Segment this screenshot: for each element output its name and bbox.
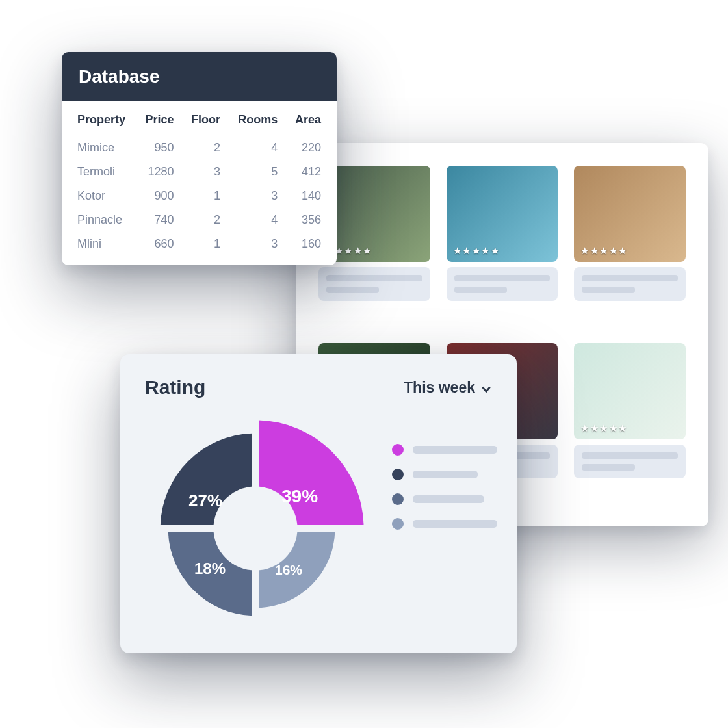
slice-label: 18%: [194, 560, 226, 578]
legend-item: [392, 518, 497, 530]
legend-swatch: [392, 493, 404, 505]
database-card: Database Property Price Floor Rooms Area…: [62, 52, 337, 265]
database-title: Database: [62, 52, 337, 101]
col-property[interactable]: Property: [62, 101, 136, 136]
property-caption: [574, 267, 686, 301]
cell-price: 900: [136, 184, 182, 208]
gallery-item[interactable]: ★★★★★: [447, 166, 558, 327]
cell-property: Kotor: [62, 184, 136, 208]
legend-label-placeholder: [413, 471, 478, 478]
table-header-row: Property Price Floor Rooms Area: [62, 101, 337, 136]
cell-rooms: 5: [228, 160, 285, 184]
period-selector[interactable]: This week: [404, 379, 492, 396]
property-image: ★★★★★: [574, 343, 686, 439]
cell-price: 950: [136, 136, 182, 160]
period-label: This week: [404, 379, 475, 396]
star-rating: ★★★★★: [453, 245, 500, 257]
cell-area: 220: [285, 136, 337, 160]
cell-property: Mlini: [62, 232, 136, 265]
gallery-item[interactable]: ★★★★★: [574, 166, 686, 327]
cell-rooms: 3: [228, 184, 285, 208]
slice-label: 27%: [188, 491, 222, 511]
col-price[interactable]: Price: [136, 101, 182, 136]
cell-floor: 2: [182, 208, 229, 232]
cell-property: Pinnacle: [62, 208, 136, 232]
legend-swatch: [392, 518, 404, 530]
table-row[interactable]: Pinnacle 740 2 4 356: [62, 208, 337, 232]
cell-floor: 1: [182, 232, 229, 265]
cell-floor: 3: [182, 160, 229, 184]
rating-donut-chart: 39% 27% 18% 16%: [145, 418, 366, 639]
property-image: ★★★★★: [447, 166, 558, 262]
gallery-item[interactable]: ★★★★★: [574, 343, 686, 504]
cell-property: Mimice: [62, 136, 136, 160]
rating-title: Rating: [145, 376, 205, 398]
cell-area: 140: [285, 184, 337, 208]
col-floor[interactable]: Floor: [182, 101, 229, 136]
table-row[interactable]: Mlini 660 1 3 160: [62, 232, 337, 265]
cell-area: 356: [285, 208, 337, 232]
col-rooms[interactable]: Rooms: [228, 101, 285, 136]
legend-label-placeholder: [413, 520, 497, 528]
legend-swatch: [392, 444, 404, 456]
cell-floor: 2: [182, 136, 229, 160]
database-table: Property Price Floor Rooms Area Mimice 9…: [62, 101, 337, 265]
cell-area: 160: [285, 232, 337, 265]
cell-rooms: 4: [228, 136, 285, 160]
cell-rooms: 3: [228, 232, 285, 265]
cell-price: 1280: [136, 160, 182, 184]
legend-item: [392, 469, 497, 480]
legend-swatch: [392, 469, 404, 480]
chevron-down-icon: [480, 382, 492, 393]
cell-area: 412: [285, 160, 337, 184]
property-caption: [447, 267, 558, 301]
table-row[interactable]: Termoli 1280 3 5 412: [62, 160, 337, 184]
cell-price: 740: [136, 208, 182, 232]
table-row[interactable]: Kotor 900 1 3 140: [62, 184, 337, 208]
table-row[interactable]: Mimice 950 2 4 220: [62, 136, 337, 160]
cell-property: Termoli: [62, 160, 136, 184]
col-area[interactable]: Area: [285, 101, 337, 136]
property-caption: [318, 267, 430, 301]
star-rating: ★★★★★: [580, 422, 628, 434]
legend-item: [392, 493, 497, 505]
legend-label-placeholder: [413, 495, 484, 503]
star-rating: ★★★★★: [580, 245, 628, 257]
property-caption: [574, 445, 686, 478]
legend-item: [392, 444, 497, 456]
cell-price: 660: [136, 232, 182, 265]
rating-legend: [392, 418, 497, 639]
slice-label: 16%: [275, 562, 302, 578]
rating-card: Rating This week: [120, 354, 517, 653]
property-image: ★★★★★: [574, 166, 686, 262]
legend-label-placeholder: [413, 446, 497, 454]
slice-label: 39%: [281, 486, 318, 507]
cell-floor: 1: [182, 184, 229, 208]
cell-rooms: 4: [228, 208, 285, 232]
